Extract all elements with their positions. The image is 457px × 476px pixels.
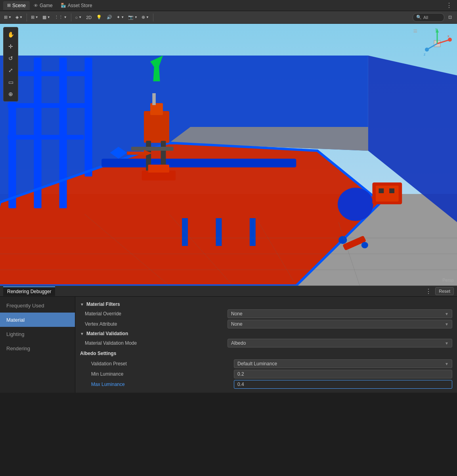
svg-rect-24 (216, 218, 222, 246)
layout-tool-button[interactable]: ▦ ▼ (41, 13, 52, 22)
hand-tool-button[interactable]: ✋ (5, 29, 16, 40)
dropdown-arrow-3: ▼ (445, 341, 449, 345)
material-override-value[interactable]: None ▼ (228, 309, 452, 318)
max-luminance-label: Max Luminance (91, 382, 234, 387)
search-icon: 🔍 (416, 15, 422, 20)
validation-preset-dropdown[interactable]: Default Luminance ▼ (234, 359, 452, 368)
material-validation-mode-dropdown[interactable]: Albedo ▼ (228, 339, 452, 347)
debugger-sidebar: Frequently Used Material Lighting Render… (0, 297, 75, 393)
grid-tool-button[interactable]: ⊞ ▼ (29, 13, 40, 22)
svg-rect-32 (389, 188, 394, 193)
layout-arrow: ▼ (47, 15, 50, 19)
layers-button[interactable]: ⊡ (445, 13, 455, 22)
validation-preset-value[interactable]: Default Luminance ▼ (234, 359, 452, 368)
min-luminance-field: 0.2 (234, 370, 452, 378)
light-toggle-button[interactable]: 💡 (94, 13, 104, 22)
svg-point-48 (448, 38, 452, 42)
validation-preset-row: Validation Preset Default Luminance ▼ (75, 359, 457, 369)
separator-1 (27, 13, 27, 21)
sidebar-item-lighting[interactable]: Lighting (0, 327, 75, 341)
gizmo-button[interactable]: ⊕ ▼ (140, 13, 151, 22)
tab-scene[interactable]: ⊞ Scene (3, 1, 30, 10)
content-area: ▼ Material Filters Material Override Non… (75, 297, 457, 393)
toolbar: ⊞ ▼ ◈ ▼ ⊞ ▼ ▦ ▼ ⋮⋮ ▼ ○ ▼ 2D 💡 🔊 ✦ ▼ 📷 ▼ … (0, 11, 457, 24)
svg-rect-9 (8, 103, 92, 108)
snap-tool-button[interactable]: ⋮⋮ ▼ (53, 13, 69, 22)
panel-menu-button[interactable]: ⋮ (425, 288, 432, 295)
audio-toggle-button[interactable]: 🔊 (105, 13, 114, 22)
separator-2 (71, 13, 71, 21)
material-filters-header[interactable]: ▼ Material Filters (75, 300, 457, 309)
max-luminance-value[interactable]: 0.4 (234, 380, 452, 389)
svg-rect-10 (8, 135, 84, 140)
panel-title-bar: Rendering Debugger ⋮ Reset (0, 286, 457, 297)
asset-store-tab-icon: 🏪 (61, 3, 66, 8)
fx-button[interactable]: ✦ ▼ (115, 13, 126, 22)
tab-game[interactable]: 👁 Game (30, 1, 57, 10)
tab-bar-menu-button[interactable]: ⋮ (444, 2, 454, 9)
svg-rect-20 (131, 147, 174, 151)
light-icon: 💡 (96, 15, 102, 20)
rotate-tool-button[interactable]: ↺ (5, 53, 16, 64)
min-luminance-row: Min Luminance 0.2 (75, 369, 457, 379)
rendering-debugger-tab[interactable]: Rendering Debugger (3, 286, 55, 296)
circle-view-button[interactable]: ○ ▼ (74, 13, 84, 22)
svg-rect-13 (150, 103, 163, 115)
panel-body: Frequently Used Material Lighting Render… (0, 297, 457, 393)
svg-rect-12 (144, 111, 169, 143)
material-validation-mode-value[interactable]: Albedo ▼ (228, 339, 452, 347)
pivot-tool-button[interactable]: ◈ ▼ (14, 13, 24, 22)
tab-asset-store[interactable]: 🏪 Asset Store (57, 1, 96, 10)
vertex-attribute-value[interactable]: None ▼ (228, 320, 452, 328)
move-tool-button[interactable]: ✛ (5, 41, 16, 52)
search-box[interactable]: 🔍 (413, 13, 444, 22)
snap-icon: ⋮⋮ (54, 15, 63, 20)
svg-rect-25 (250, 218, 256, 246)
camera-button[interactable]: 📷 ▼ (126, 13, 139, 22)
svg-text:y: y (435, 28, 437, 31)
svg-point-28 (338, 188, 373, 221)
svg-rect-23 (182, 218, 188, 246)
material-validation-header[interactable]: ▼ Material Validation (75, 329, 457, 338)
svg-point-34 (338, 236, 347, 244)
material-filters-arrow: ▼ (80, 302, 84, 307)
camera-icon: 📷 (128, 15, 134, 20)
camera-arrow: ▼ (134, 15, 138, 19)
vertex-attribute-row: Vertex Attribute None ▼ (75, 319, 457, 329)
material-validation-mode-label: Material Validation Mode (85, 340, 228, 346)
material-override-label: Material Override (85, 311, 228, 317)
2d-button[interactable]: 2D (84, 13, 94, 22)
sidebar-item-frequently-used[interactable]: Frequently Used (0, 298, 75, 313)
min-luminance-label: Min Luminance (91, 371, 234, 377)
transform-icon: ⊞ (4, 15, 8, 20)
gizmo-arrow: ▼ (146, 15, 149, 19)
svg-point-51 (425, 48, 429, 52)
circle-icon: ○ (75, 15, 78, 20)
validation-preset-label: Validation Preset (91, 361, 234, 367)
svg-rect-8 (8, 71, 92, 76)
vertex-attribute-dropdown[interactable]: None ▼ (228, 320, 452, 328)
sidebar-item-material[interactable]: Material (0, 313, 75, 327)
material-override-dropdown[interactable]: None ▼ (228, 309, 452, 318)
rect-tool-button[interactable]: ▭ (5, 77, 16, 88)
scene-svg (0, 24, 457, 286)
viewport-menu-button[interactable]: ≡ (413, 27, 418, 35)
dropdown-arrow-4: ▼ (445, 362, 449, 366)
fx-icon: ✦ (117, 15, 120, 20)
material-validation-arrow: ▼ (80, 332, 84, 336)
svg-point-35 (361, 242, 368, 248)
bottom-panel: Rendering Debugger ⋮ Reset Frequently Us… (0, 286, 457, 393)
viewport-gizmo[interactable]: x z y (421, 28, 453, 60)
scale-tool-button[interactable]: ⤢ (5, 65, 16, 76)
custom-tool-button[interactable]: ⊕ (5, 88, 16, 100)
svg-rect-5 (34, 58, 41, 208)
material-validation-mode-row: Material Validation Mode Albedo ▼ (75, 338, 457, 348)
gizmo-svg: x z y (421, 28, 453, 60)
transform-tool-button[interactable]: ⊞ ▼ (2, 13, 13, 22)
max-luminance-field[interactable]: 0.4 (234, 380, 452, 389)
sidebar-item-rendering[interactable]: Rendering (0, 341, 75, 355)
layers-icon: ⊡ (448, 15, 452, 20)
search-input[interactable] (423, 15, 439, 20)
reset-button[interactable]: Reset (435, 287, 454, 295)
circle-arrow: ▼ (78, 15, 82, 19)
